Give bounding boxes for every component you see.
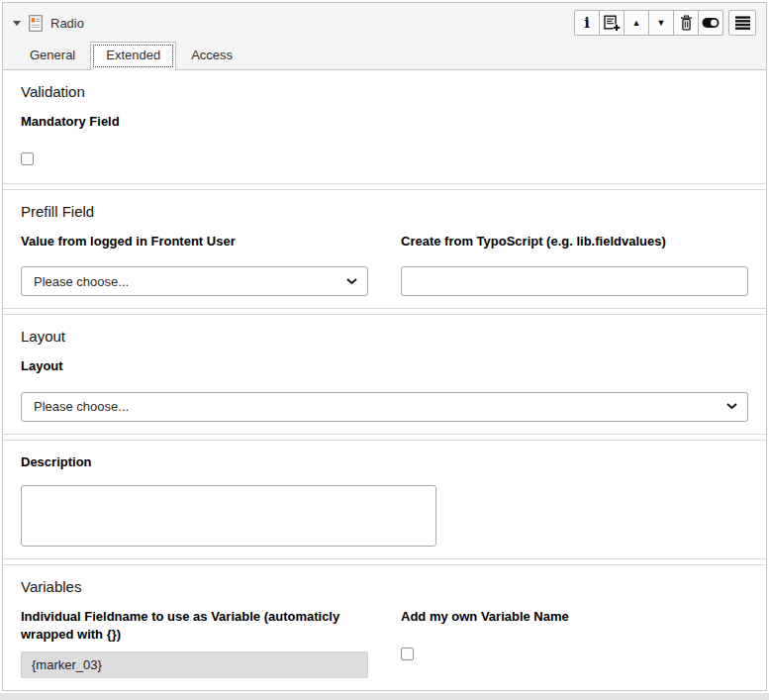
toggle-icon	[702, 17, 720, 29]
variables-left-column: Individual Fieldname to use as Variable …	[21, 608, 368, 678]
arrow-down-icon: ▼	[657, 19, 666, 28]
validation-heading: Validation	[21, 83, 748, 100]
toggle-visibility-button[interactable]	[698, 10, 723, 36]
move-up-button[interactable]: ▲	[624, 10, 649, 36]
tab-access[interactable]: Access	[176, 43, 247, 69]
description-label: Description	[21, 453, 748, 471]
element-toolbar: i	[574, 10, 756, 36]
info-button[interactable]: i	[574, 10, 600, 36]
element-header: Radio i	[3, 3, 766, 43]
tab-extended[interactable]: Extended	[90, 42, 176, 70]
new-record-button[interactable]	[599, 10, 625, 36]
page: Radio i	[0, 0, 769, 700]
chevron-down-icon	[346, 278, 357, 285]
fieldname-variable-readonly	[21, 651, 368, 678]
variables-right-column: Add my own Variable Name	[401, 608, 748, 678]
toolbar-button-group: i	[574, 10, 723, 36]
page-background-strip	[0, 693, 769, 700]
trash-icon	[680, 15, 693, 31]
info-icon: i	[584, 16, 590, 31]
layout-heading: Layout	[21, 328, 748, 345]
collapse-caret-icon[interactable]	[13, 21, 21, 26]
own-variable-checkbox[interactable]	[401, 648, 414, 660]
prefill-left-column: Value from logged in Frontent User Pleas…	[21, 233, 368, 296]
document-plus-icon	[604, 15, 621, 32]
tab-bar: General Extended Access	[3, 43, 766, 70]
frontend-user-select-value: Please choose...	[34, 274, 129, 289]
element-title: Radio	[50, 16, 84, 31]
delete-button[interactable]	[673, 10, 699, 36]
section-description: Description	[3, 440, 766, 559]
chevron-down-icon	[726, 403, 737, 410]
content-element-icon	[29, 15, 43, 32]
tab-content: Validation Mandatory Field Prefill Field…	[3, 70, 766, 690]
context-menu-button[interactable]	[728, 10, 756, 36]
fieldname-variable-label: Individual Fieldname to use as Variable …	[21, 608, 347, 644]
description-textarea[interactable]	[21, 485, 436, 547]
typoscript-label: Create from TypoScript (e.g. lib.fieldva…	[401, 233, 748, 250]
mandatory-field-label: Mandatory Field	[21, 113, 748, 131]
layout-label: Layout	[21, 357, 748, 375]
typoscript-input[interactable]	[401, 266, 748, 296]
section-prefill: Prefill Field Value from logged in Front…	[3, 189, 766, 309]
tab-general[interactable]: General	[15, 43, 90, 69]
layout-select[interactable]: Please choose...	[21, 392, 748, 422]
section-variables: Variables Individual Fieldname to use as…	[3, 564, 766, 690]
own-variable-label: Add my own Variable Name	[401, 608, 748, 626]
prefill-right-column: Create from TypoScript (e.g. lib.fieldva…	[401, 233, 748, 296]
frontend-user-label: Value from logged in Frontent User	[21, 233, 368, 250]
mandatory-field-checkbox[interactable]	[21, 152, 34, 165]
arrow-up-icon: ▲	[632, 19, 641, 28]
section-layout: Layout Layout Please choose...	[3, 314, 766, 434]
variables-heading: Variables	[21, 578, 748, 595]
hamburger-icon	[735, 16, 750, 30]
frontend-user-select[interactable]: Please choose...	[21, 266, 368, 296]
move-down-button[interactable]: ▼	[648, 10, 674, 36]
layout-select-value: Please choose...	[34, 399, 129, 414]
form-element-panel: Radio i	[2, 2, 767, 691]
prefill-heading: Prefill Field	[21, 203, 748, 220]
section-validation: Validation Mandatory Field	[3, 70, 766, 184]
